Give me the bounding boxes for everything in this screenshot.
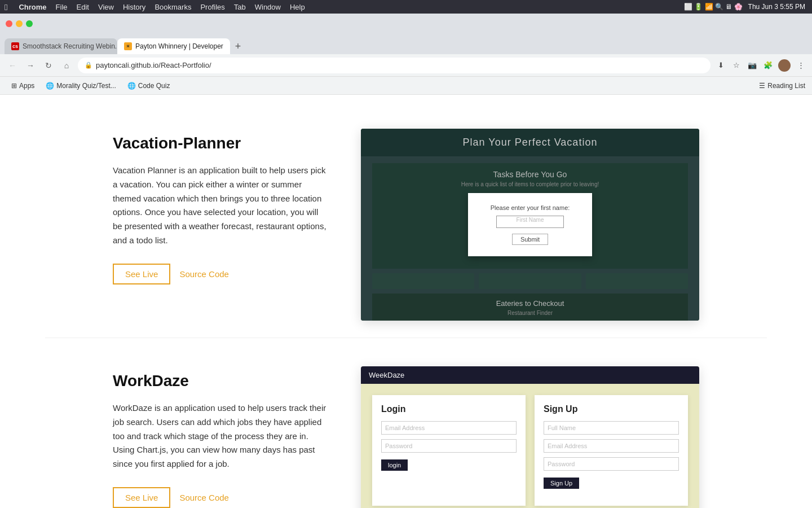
menubar-bookmarks[interactable]: Bookmarks xyxy=(155,3,191,11)
tab-label-payton: Payton Whinnery | Developer xyxy=(135,42,223,50)
tab-smoothstack[interactable]: cs Smoothstack Recruiting Webin... ✕ xyxy=(5,38,117,54)
wd-login-button[interactable]: login xyxy=(381,459,408,471)
bookmark-morality[interactable]: 🌐 Morality Quiz/Test... xyxy=(41,81,120,91)
menubar-profiles[interactable]: Profiles xyxy=(200,3,224,11)
avatar-icon[interactable] xyxy=(778,59,791,72)
vacation-screenshot: Plan Your Perfect Vacation Tasks Before … xyxy=(361,129,699,321)
menubar-time: Thu Jun 3 5:55 PM xyxy=(748,3,805,11)
wd-signup-title: Sign Up xyxy=(544,404,679,414)
vp-eateries-title: Eateries to Checkout xyxy=(378,299,682,308)
wd-signup-button[interactable]: Sign Up xyxy=(544,478,579,489)
workdaze-source-code-link[interactable]: Source Code xyxy=(179,493,229,502)
wd-login-password[interactable]: Password xyxy=(381,439,517,453)
bookmark-morality-label: Morality Quiz/Test... xyxy=(56,82,116,90)
new-tab-button[interactable]: + xyxy=(230,38,246,54)
vp-app: Plan Your Perfect Vacation Tasks Before … xyxy=(361,129,699,321)
vacation-desc: Vacation Planner is an application built… xyxy=(113,164,327,248)
screenshot-icon[interactable]: 📷 xyxy=(747,60,758,71)
vacation-title: Vacation-Planner xyxy=(113,134,327,152)
vp-btn-1 xyxy=(372,273,474,289)
vp-form-input: First Name xyxy=(496,216,564,228)
vp-btn-row xyxy=(361,269,699,294)
tab-label-smoothstack: Smoothstack Recruiting Webin... xyxy=(23,42,117,50)
vp-eateries: Eateries to Checkout Restaurant Finder •… xyxy=(372,294,688,321)
wd-signup-fullname[interactable]: Full Name xyxy=(544,421,679,435)
bookmark-apps[interactable]: ⊞ Apps xyxy=(7,81,39,91)
tab-favicon-smoothstack: cs xyxy=(11,42,19,50)
vp-form-submit[interactable]: Submit xyxy=(512,234,548,245)
wd-login-card: Login Email Address Password login xyxy=(372,395,526,506)
menubar-right: ⬜ 🔋 📶 🔍 🖥 🌸 Thu Jun 3 5:55 PM xyxy=(684,3,805,11)
bookmark-codequiz-label: Code Quiz xyxy=(138,82,170,90)
bookmark-apps-label: Apps xyxy=(19,82,34,90)
menubar-chrome[interactable]: Chrome xyxy=(19,3,46,11)
vacation-info: Vacation-Planner Vacation Planner is an … xyxy=(113,129,327,284)
workdaze-info: WorkDaze WorkDaze is an application used… xyxy=(113,366,327,508)
vacation-source-code-link[interactable]: Source Code xyxy=(179,269,229,279)
section-divider xyxy=(45,338,767,338)
bookmarks-bar: ⊞ Apps 🌐 Morality Quiz/Test... 🌐 Code Qu… xyxy=(0,77,812,95)
reading-list-label: Reading List xyxy=(767,82,805,90)
home-button[interactable]: ⌂ xyxy=(60,59,73,72)
menubar-edit[interactable]: Edit xyxy=(77,3,89,11)
wd-login-email[interactable]: Email Address xyxy=(381,421,517,435)
wd-header: WeekDaze xyxy=(361,366,699,384)
addressbar: ← → ↻ ⌂ 🔒 paytoncali.github.io/React-Por… xyxy=(0,54,812,77)
tab-favicon-payton: ☀ xyxy=(124,42,132,50)
extensions-icon[interactable]: 🧩 xyxy=(762,60,774,71)
page-content: Vacation-Planner Vacation Planner is an … xyxy=(0,95,812,508)
vp-tasks-subtitle: Here is a quick list of items to complet… xyxy=(379,181,681,187)
workdaze-links: See Live Source Code xyxy=(113,487,327,508)
project-section-workdaze: WorkDaze WorkDaze is an application used… xyxy=(68,349,744,508)
menubar-view[interactable]: View xyxy=(98,3,114,11)
bookmark-icon[interactable]: ☆ xyxy=(731,60,742,71)
wd-login-title: Login xyxy=(381,404,517,414)
bookmark-codequiz[interactable]: 🌐 Code Quiz xyxy=(123,81,175,91)
traffic-lights xyxy=(6,20,33,27)
project-section-vacation: Vacation-Planner Vacation Planner is an … xyxy=(68,112,744,338)
vacation-links: See Live Source Code xyxy=(113,264,327,284)
menubar-tab[interactable]: Tab xyxy=(234,3,246,11)
menubar-help[interactable]: Help xyxy=(290,3,305,11)
lock-icon: 🔒 xyxy=(85,62,92,69)
reading-list-icon: ☰ xyxy=(759,82,765,90)
vp-btn-3 xyxy=(586,273,688,289)
workdaze-screenshot: WeekDaze Login Email Address Password lo… xyxy=(361,366,699,508)
morality-icon: 🌐 xyxy=(46,82,54,90)
menubar-file[interactable]: File xyxy=(56,3,68,11)
apps-icon: ⊞ xyxy=(11,82,17,90)
minimize-button[interactable] xyxy=(16,20,23,27)
reading-list[interactable]: ☰ Reading List xyxy=(759,82,805,90)
vp-form-modal: Please enter your first name: First Name… xyxy=(468,193,592,256)
vp-btn-2 xyxy=(479,273,581,289)
chrome-titlebar xyxy=(0,14,812,34)
forward-button[interactable]: → xyxy=(24,59,37,72)
menu-icon[interactable]: ⋮ xyxy=(795,60,806,71)
vp-header: Plan Your Perfect Vacation xyxy=(361,129,699,156)
refresh-button[interactable]: ↻ xyxy=(42,59,55,72)
download-icon[interactable]: ⬇ xyxy=(715,60,726,71)
menubar-window[interactable]: Window xyxy=(255,3,281,11)
menubar-icons: ⬜ 🔋 📶 🔍 🖥 🌸 xyxy=(684,3,743,11)
maximize-button[interactable] xyxy=(26,20,33,27)
wd-signup-card: Sign Up Full Name Email Address Password… xyxy=(535,395,688,506)
workdaze-see-live-button[interactable]: See Live xyxy=(113,487,170,508)
tab-payton[interactable]: ☀ Payton Whinnery | Developer ✕ xyxy=(117,38,230,54)
address-bar[interactable]: 🔒 paytoncali.github.io/React-Portfolio/ xyxy=(78,58,710,73)
back-button[interactable]: ← xyxy=(6,59,19,72)
workdaze-desc: WorkDaze is an application used to help … xyxy=(113,401,327,471)
menubar:  Chrome File Edit View History Bookmark… xyxy=(0,0,812,14)
apple-menu[interactable]:  xyxy=(5,2,7,12)
close-button[interactable] xyxy=(6,20,12,27)
vp-body: Tasks Before You Go Here is a quick list… xyxy=(361,156,699,321)
menubar-history[interactable]: History xyxy=(123,3,145,11)
address-right-icons: ⬇ ☆ 📷 🧩 ⋮ xyxy=(715,59,806,72)
wd-signup-password[interactable]: Password xyxy=(544,457,679,471)
tabs-bar: cs Smoothstack Recruiting Webin... ✕ ☀ P… xyxy=(0,34,812,54)
wd-body: Login Email Address Password login Sign … xyxy=(361,384,699,508)
wd-signup-email[interactable]: Email Address xyxy=(544,439,679,453)
url-text: paytoncali.github.io/React-Portfolio/ xyxy=(96,61,211,69)
vp-eateries-subtitle: Restaurant Finder xyxy=(378,310,682,316)
vacation-see-live-button[interactable]: See Live xyxy=(113,264,170,284)
vp-tasks-title: Tasks Before You Go xyxy=(379,170,681,179)
